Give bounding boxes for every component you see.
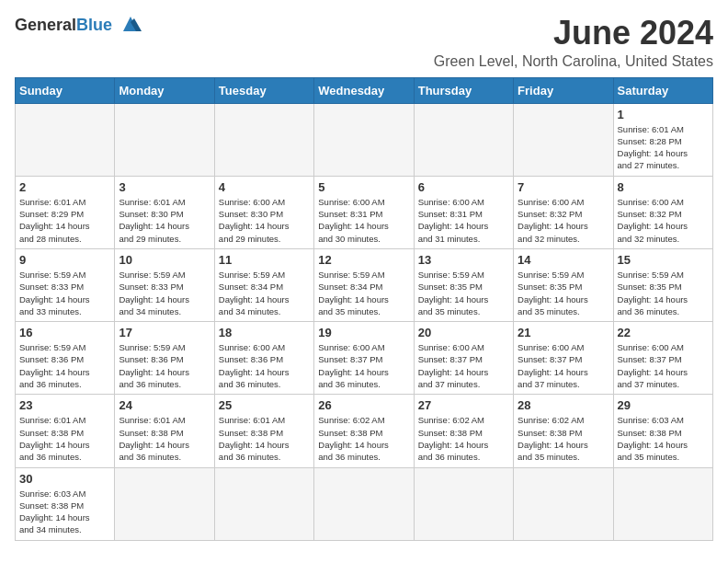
calendar-day-26: 26Sunrise: 6:02 AM Sunset: 8:38 PM Dayli… <box>314 395 414 467</box>
calendar-week-row: 30Sunrise: 6:03 AM Sunset: 8:38 PM Dayli… <box>16 467 713 540</box>
location-title: Green Level, North Carolina, United Stat… <box>434 53 713 70</box>
calendar-week-row: 9Sunrise: 5:59 AM Sunset: 8:33 PM Daylig… <box>16 248 713 321</box>
day-number: 29 <box>618 398 709 412</box>
day-number: 5 <box>318 180 409 194</box>
day-info: Sunrise: 5:59 AM Sunset: 8:34 PM Dayligh… <box>219 269 310 317</box>
calendar-day-28: 28Sunrise: 6:02 AM Sunset: 8:38 PM Dayli… <box>514 395 613 467</box>
calendar-day-20: 20Sunrise: 6:00 AM Sunset: 8:37 PM Dayli… <box>414 322 513 395</box>
day-info: Sunrise: 6:01 AM Sunset: 8:29 PM Dayligh… <box>19 196 110 245</box>
calendar-day-18: 18Sunrise: 6:00 AM Sunset: 8:36 PM Dayli… <box>214 322 313 395</box>
calendar-empty-cell <box>115 103 214 176</box>
day-number: 4 <box>219 180 310 194</box>
day-number: 11 <box>219 253 310 267</box>
day-info: Sunrise: 6:00 AM Sunset: 8:37 PM Dayligh… <box>318 341 409 390</box>
day-info: Sunrise: 6:01 AM Sunset: 8:38 PM Dayligh… <box>219 414 310 463</box>
calendar-day-16: 16Sunrise: 5:59 AM Sunset: 8:36 PM Dayli… <box>16 322 115 395</box>
calendar-day-5: 5Sunrise: 6:00 AM Sunset: 8:31 PM Daylig… <box>314 176 414 248</box>
calendar-empty-cell <box>314 103 414 176</box>
calendar-day-27: 27Sunrise: 6:02 AM Sunset: 8:38 PM Dayli… <box>414 395 513 467</box>
calendar-header: SundayMondayTuesdayWednesdayThursdayFrid… <box>16 77 713 103</box>
day-info: Sunrise: 6:00 AM Sunset: 8:31 PM Dayligh… <box>418 196 509 245</box>
day-number: 16 <box>19 326 110 339</box>
day-number: 17 <box>119 326 210 339</box>
day-number: 10 <box>119 253 210 267</box>
day-number: 27 <box>418 398 509 412</box>
day-info: Sunrise: 5:59 AM Sunset: 8:35 PM Dayligh… <box>418 269 509 317</box>
calendar-day-21: 21Sunrise: 6:00 AM Sunset: 8:37 PM Dayli… <box>514 322 613 395</box>
calendar-empty-cell <box>514 467 613 540</box>
calendar-empty-cell <box>314 467 414 540</box>
calendar-day-11: 11Sunrise: 5:59 AM Sunset: 8:34 PM Dayli… <box>214 248 313 321</box>
calendar-day-1: 1Sunrise: 6:01 AM Sunset: 8:28 PM Daylig… <box>613 103 712 176</box>
weekday-header-saturday: Saturday <box>613 77 712 103</box>
calendar-day-2: 2Sunrise: 6:01 AM Sunset: 8:29 PM Daylig… <box>16 176 115 248</box>
calendar-day-23: 23Sunrise: 6:01 AM Sunset: 8:38 PM Dayli… <box>16 395 115 467</box>
logo-text: GeneralBlue <box>15 16 112 35</box>
logo-icon <box>116 15 145 35</box>
calendar-empty-cell <box>214 103 313 176</box>
calendar-table: SundayMondayTuesdayWednesdayThursdayFrid… <box>15 77 713 541</box>
weekday-header-wednesday: Wednesday <box>314 77 414 103</box>
day-info: Sunrise: 6:03 AM Sunset: 8:38 PM Dayligh… <box>19 488 110 536</box>
calendar-week-row: 1Sunrise: 6:01 AM Sunset: 8:28 PM Daylig… <box>16 103 713 176</box>
day-number: 28 <box>518 398 609 412</box>
calendar-day-22: 22Sunrise: 6:00 AM Sunset: 8:37 PM Dayli… <box>613 322 712 395</box>
weekday-header-row: SundayMondayTuesdayWednesdayThursdayFrid… <box>16 77 713 103</box>
day-number: 21 <box>518 326 609 339</box>
calendar-week-row: 16Sunrise: 5:59 AM Sunset: 8:36 PM Dayli… <box>16 322 713 395</box>
weekday-header-friday: Friday <box>514 77 613 103</box>
calendar-day-3: 3Sunrise: 6:01 AM Sunset: 8:30 PM Daylig… <box>115 176 214 248</box>
day-number: 18 <box>219 326 310 339</box>
calendar-day-6: 6Sunrise: 6:00 AM Sunset: 8:31 PM Daylig… <box>414 176 513 248</box>
day-info: Sunrise: 5:59 AM Sunset: 8:35 PM Dayligh… <box>618 269 709 317</box>
calendar-week-row: 23Sunrise: 6:01 AM Sunset: 8:38 PM Dayli… <box>16 395 713 467</box>
day-number: 7 <box>518 180 609 194</box>
calendar-day-30: 30Sunrise: 6:03 AM Sunset: 8:38 PM Dayli… <box>16 467 115 540</box>
calendar-day-19: 19Sunrise: 6:00 AM Sunset: 8:37 PM Dayli… <box>314 322 414 395</box>
calendar-empty-cell <box>414 103 513 176</box>
calendar-day-12: 12Sunrise: 5:59 AM Sunset: 8:34 PM Dayli… <box>314 248 414 321</box>
day-info: Sunrise: 6:00 AM Sunset: 8:37 PM Dayligh… <box>418 341 509 390</box>
weekday-header-sunday: Sunday <box>16 77 115 103</box>
calendar-empty-cell <box>214 467 313 540</box>
day-number: 22 <box>618 326 709 339</box>
day-number: 19 <box>318 326 409 339</box>
day-number: 24 <box>119 398 210 412</box>
calendar-day-24: 24Sunrise: 6:01 AM Sunset: 8:38 PM Dayli… <box>115 395 214 467</box>
day-info: Sunrise: 6:01 AM Sunset: 8:30 PM Dayligh… <box>119 196 210 245</box>
day-info: Sunrise: 6:00 AM Sunset: 8:30 PM Dayligh… <box>219 196 310 245</box>
calendar-day-10: 10Sunrise: 5:59 AM Sunset: 8:33 PM Dayli… <box>115 248 214 321</box>
page-header: GeneralBlue June 2024 Green Level, North… <box>15 15 713 70</box>
day-info: Sunrise: 6:00 AM Sunset: 8:37 PM Dayligh… <box>618 341 709 390</box>
calendar-body: 1Sunrise: 6:01 AM Sunset: 8:28 PM Daylig… <box>16 103 713 540</box>
logo: GeneralBlue <box>15 15 145 35</box>
day-info: Sunrise: 6:00 AM Sunset: 8:37 PM Dayligh… <box>518 341 609 390</box>
day-number: 6 <box>418 180 509 194</box>
calendar-day-13: 13Sunrise: 5:59 AM Sunset: 8:35 PM Dayli… <box>414 248 513 321</box>
day-number: 25 <box>219 398 310 412</box>
day-number: 15 <box>618 253 709 267</box>
day-number: 9 <box>19 253 110 267</box>
title-block: June 2024 Green Level, North Carolina, U… <box>434 15 713 70</box>
calendar-day-25: 25Sunrise: 6:01 AM Sunset: 8:38 PM Dayli… <box>214 395 313 467</box>
calendar-empty-cell <box>613 467 712 540</box>
day-number: 1 <box>618 108 709 121</box>
weekday-header-thursday: Thursday <box>414 77 513 103</box>
day-info: Sunrise: 5:59 AM Sunset: 8:34 PM Dayligh… <box>318 269 409 317</box>
calendar-empty-cell <box>115 467 214 540</box>
day-number: 14 <box>518 253 609 267</box>
calendar-day-7: 7Sunrise: 6:00 AM Sunset: 8:32 PM Daylig… <box>514 176 613 248</box>
calendar-day-17: 17Sunrise: 5:59 AM Sunset: 8:36 PM Dayli… <box>115 322 214 395</box>
calendar-day-4: 4Sunrise: 6:00 AM Sunset: 8:30 PM Daylig… <box>214 176 313 248</box>
calendar-day-29: 29Sunrise: 6:03 AM Sunset: 8:38 PM Dayli… <box>613 395 712 467</box>
calendar-day-9: 9Sunrise: 5:59 AM Sunset: 8:33 PM Daylig… <box>16 248 115 321</box>
day-number: 23 <box>19 398 110 412</box>
day-info: Sunrise: 6:01 AM Sunset: 8:38 PM Dayligh… <box>119 414 210 463</box>
day-info: Sunrise: 6:02 AM Sunset: 8:38 PM Dayligh… <box>418 414 509 463</box>
calendar-day-14: 14Sunrise: 5:59 AM Sunset: 8:35 PM Dayli… <box>514 248 613 321</box>
day-info: Sunrise: 6:01 AM Sunset: 8:38 PM Dayligh… <box>19 414 110 463</box>
day-info: Sunrise: 6:02 AM Sunset: 8:38 PM Dayligh… <box>518 414 609 463</box>
day-info: Sunrise: 6:02 AM Sunset: 8:38 PM Dayligh… <box>318 414 409 463</box>
month-title: June 2024 <box>434 15 713 52</box>
day-number: 12 <box>318 253 409 267</box>
